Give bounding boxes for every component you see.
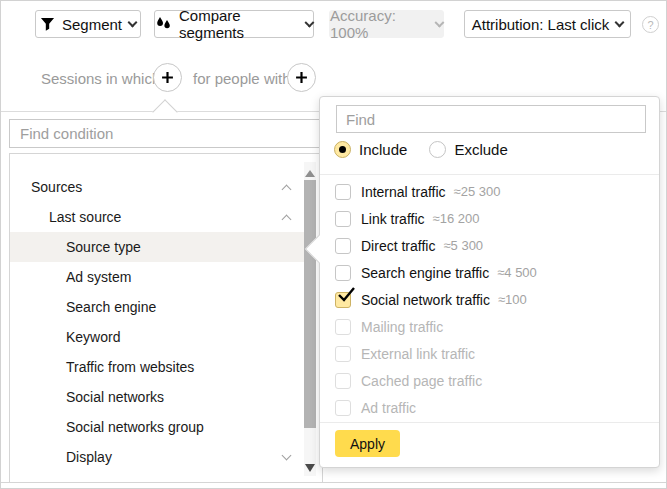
segment-button[interactable]: Segment bbox=[35, 10, 141, 38]
chevron-up-icon bbox=[282, 185, 292, 195]
chevron-down-icon bbox=[282, 451, 292, 461]
checkbox-checked-icon bbox=[335, 292, 351, 308]
chevron-down-icon bbox=[305, 17, 315, 27]
option-label: Link traffic bbox=[361, 211, 425, 227]
radio-selected-icon bbox=[334, 141, 351, 158]
popup-divider bbox=[320, 422, 659, 423]
option-ad-traffic[interactable]: Ad traffic bbox=[335, 394, 653, 421]
add-user-condition-button[interactable] bbox=[287, 63, 316, 92]
option-label: Direct traffic bbox=[361, 238, 435, 254]
chevron-up-icon bbox=[282, 215, 292, 225]
option-count: ≈4 500 bbox=[497, 265, 537, 280]
sessions-in-which-label: Sessions in which bbox=[41, 70, 160, 87]
tree-item-display[interactable]: Display bbox=[10, 442, 304, 472]
segment-button-label: Segment bbox=[62, 16, 122, 33]
option-internal-traffic[interactable]: Internal traffic ≈25 300 bbox=[335, 178, 653, 205]
attribution-label: Attribution: Last click bbox=[472, 16, 610, 33]
question-glyph: ? bbox=[647, 19, 653, 31]
option-external-link-traffic[interactable]: External link traffic bbox=[335, 340, 653, 367]
option-count: ≈25 300 bbox=[454, 184, 501, 199]
tree-item-label: Sources bbox=[31, 179, 82, 195]
scrollbar-thumb[interactable] bbox=[304, 180, 316, 428]
checkbox-icon bbox=[335, 184, 351, 200]
option-label: Social network traffic bbox=[361, 292, 490, 308]
chevron-down-icon bbox=[435, 17, 445, 27]
checkbox-icon bbox=[335, 373, 351, 389]
chevron-down-icon bbox=[615, 17, 625, 27]
for-people-with-label: for people with bbox=[193, 70, 291, 87]
scroll-down-icon[interactable] bbox=[305, 464, 315, 472]
tree-item-social-networks[interactable]: Social networks bbox=[10, 382, 304, 412]
option-search-engine-traffic[interactable]: Search engine traffic ≈4 500 bbox=[335, 259, 653, 286]
exclude-label: Exclude bbox=[454, 141, 507, 158]
option-social-network-traffic[interactable]: Social network traffic ≈100 bbox=[335, 286, 653, 313]
tree-item-search-engine[interactable]: Search engine bbox=[10, 292, 304, 322]
tree-item-label: Last source bbox=[49, 209, 121, 225]
option-count: ≈100 bbox=[498, 292, 527, 307]
tree-item-label: Social networks group bbox=[66, 419, 204, 435]
tree-item-last-source[interactable]: Last source bbox=[10, 202, 304, 232]
add-session-condition-button[interactable] bbox=[153, 63, 182, 92]
metrica-segment-screen: Segment Compare segments Accuracy: 100% … bbox=[0, 0, 667, 489]
option-count: ≈5 300 bbox=[443, 238, 483, 253]
checkbox-icon bbox=[335, 400, 351, 416]
plus-icon bbox=[295, 71, 308, 84]
tree-item-source-type[interactable]: Source type bbox=[10, 232, 304, 262]
compare-segments-button[interactable]: Compare segments bbox=[154, 10, 314, 38]
include-radio[interactable]: Include bbox=[334, 141, 407, 158]
tree-item-traffic-from-websites[interactable]: Traffic from websites bbox=[10, 352, 304, 382]
checkbox-icon bbox=[335, 319, 351, 335]
source-type-popup: Include Exclude Internal traffic ≈25 300… bbox=[319, 96, 660, 468]
tree-item-social-networks-group[interactable]: Social networks group bbox=[10, 412, 304, 442]
plus-icon bbox=[161, 71, 174, 84]
accuracy-label: Accuracy: 100% bbox=[330, 7, 429, 41]
option-cached-page-traffic[interactable]: Cached page traffic bbox=[335, 367, 653, 394]
traffic-options-list: Internal traffic ≈25 300 Link traffic ≈1… bbox=[335, 178, 653, 421]
compare-segments-label: Compare segments bbox=[179, 7, 299, 41]
checkbox-icon bbox=[335, 211, 351, 227]
option-label: Ad traffic bbox=[361, 400, 416, 416]
tree-item-keyword[interactable]: Keyword bbox=[10, 322, 304, 352]
option-mailing-traffic[interactable]: Mailing traffic bbox=[335, 313, 653, 340]
option-label: Mailing traffic bbox=[361, 319, 443, 335]
checkbox-icon bbox=[335, 265, 351, 281]
option-label: Internal traffic bbox=[361, 184, 446, 200]
tree-item-ad-system[interactable]: Ad system bbox=[10, 262, 304, 292]
chevron-down-icon bbox=[128, 17, 138, 27]
checkbox-icon bbox=[335, 238, 351, 254]
condition-tree-panel: Sources Last source Source type Ad syste… bbox=[9, 153, 323, 483]
tree-item-label: Search engine bbox=[66, 299, 156, 315]
option-direct-traffic[interactable]: Direct traffic ≈5 300 bbox=[335, 232, 653, 259]
checkbox-icon bbox=[335, 346, 351, 362]
option-label: Search engine traffic bbox=[361, 265, 489, 281]
funnel-icon bbox=[40, 17, 55, 32]
option-link-traffic[interactable]: Link traffic ≈16 200 bbox=[335, 205, 653, 232]
tree-item-label: Traffic from websites bbox=[66, 359, 194, 375]
find-input[interactable] bbox=[336, 105, 646, 133]
tree-item-label: Social networks bbox=[66, 389, 164, 405]
radio-unselected-icon bbox=[429, 141, 446, 158]
include-label: Include bbox=[359, 141, 407, 158]
option-label: Cached page traffic bbox=[361, 373, 482, 389]
question-icon[interactable]: ? bbox=[642, 16, 659, 33]
option-count: ≈16 200 bbox=[433, 211, 480, 226]
tree-item-label: Display bbox=[66, 449, 112, 465]
accuracy-button[interactable]: Accuracy: 100% bbox=[329, 10, 444, 38]
exclude-radio[interactable]: Exclude bbox=[429, 141, 507, 158]
tree-item-label: Source type bbox=[66, 239, 141, 255]
droplets-icon bbox=[155, 16, 172, 32]
tree-item-label: Ad system bbox=[66, 269, 131, 285]
attribution-button[interactable]: Attribution: Last click bbox=[464, 10, 631, 38]
popup-divider bbox=[320, 174, 659, 175]
tree-item-label: Keyword bbox=[66, 329, 120, 345]
include-exclude-radios: Include Exclude bbox=[334, 141, 508, 158]
tree-scrollbar[interactable] bbox=[304, 162, 316, 476]
tree-item-sources[interactable]: Sources bbox=[10, 172, 304, 202]
option-label: External link traffic bbox=[361, 346, 475, 362]
apply-button[interactable]: Apply bbox=[335, 430, 400, 457]
scroll-up-icon[interactable] bbox=[305, 170, 315, 177]
